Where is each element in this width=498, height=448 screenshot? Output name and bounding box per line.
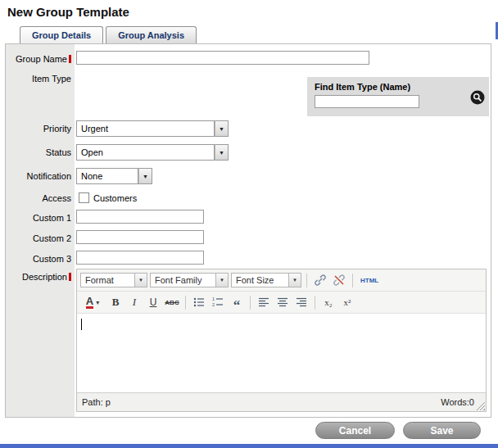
editor-path-label: Path: p	[82, 397, 111, 407]
editor-toolbar-row2: A ▾ B I U ABC 12	[77, 292, 486, 314]
blockquote-icon[interactable]: “	[229, 294, 245, 310]
italic-icon[interactable]: I	[126, 294, 143, 310]
tab-group-analysis-label: Group Analysis	[118, 30, 184, 40]
font-size-select-value: Font Size	[231, 273, 289, 287]
chevron-down-icon[interactable]: ▼	[216, 273, 229, 287]
html-source-button[interactable]: HTML	[358, 272, 381, 288]
align-center-icon[interactable]	[274, 294, 291, 310]
find-item-type-panel: Find Item Type (Name)	[307, 77, 489, 116]
custom1-label: Custom 1	[6, 213, 71, 223]
format-select-value: Format	[80, 273, 135, 287]
toolbar-separator	[306, 274, 307, 287]
priority-value: Urgent	[76, 120, 215, 137]
chevron-down-icon: ▾	[96, 299, 99, 306]
custom1-input[interactable]	[76, 210, 204, 224]
font-size-select[interactable]: Font Size ▼	[231, 273, 301, 287]
insert-link-icon[interactable]	[312, 272, 328, 288]
editor-toolbar-row1: Format ▼ Font Family ▼ Font Size ▼	[77, 269, 486, 292]
font-family-select-value: Font Family	[150, 273, 216, 287]
save-button[interactable]: Save	[403, 422, 481, 439]
underline-icon[interactable]: U	[145, 294, 161, 310]
page-title: New Group Template	[7, 5, 129, 19]
toolbar-separator	[250, 296, 251, 310]
group-name-input[interactable]	[76, 51, 369, 65]
tab-group-details[interactable]: Group Details	[20, 26, 103, 44]
tab-group-details-label: Group Details	[32, 30, 91, 40]
chevron-down-icon[interactable]: ▼	[135, 273, 147, 287]
svg-text:2: 2	[212, 302, 215, 307]
chevron-down-icon[interactable]: ▼	[138, 168, 152, 184]
find-item-type-input[interactable]	[315, 95, 419, 108]
unordered-list-icon[interactable]	[191, 294, 207, 310]
description-edit-area[interactable]	[77, 314, 486, 392]
chevron-down-icon[interactable]: ▼	[289, 273, 301, 287]
align-left-icon[interactable]	[256, 294, 272, 310]
notification-value: None	[76, 168, 138, 184]
custom3-input[interactable]	[76, 251, 204, 265]
ordered-list-icon[interactable]: 12	[210, 294, 226, 310]
item-type-label: Item Type	[6, 74, 71, 84]
superscript-icon[interactable]: x²	[339, 294, 355, 310]
priority-select[interactable]: Urgent ▼	[76, 120, 229, 137]
subscript-icon[interactable]: x₂	[320, 294, 337, 310]
description-rich-text-editor: Format ▼ Font Family ▼ Font Size ▼	[76, 269, 487, 412]
notification-label: Notification	[6, 171, 71, 181]
group-details-panel: Group Name Item Type Find Item Type (Nam…	[5, 43, 491, 418]
custom2-input[interactable]	[76, 230, 204, 244]
status-value: Open	[76, 144, 215, 161]
description-label: Description	[6, 272, 71, 282]
required-indicator	[69, 273, 71, 281]
priority-label: Priority	[6, 124, 71, 133]
label-column-background	[6, 44, 75, 417]
status-select[interactable]: Open ▼	[76, 144, 229, 161]
customers-checkbox-label: Customers	[93, 193, 137, 203]
editor-word-count: Words:0	[441, 397, 474, 407]
align-right-icon[interactable]	[293, 294, 310, 310]
font-color-icon[interactable]: A ▾	[80, 294, 105, 310]
new-group-template-window: New Group Template Group Details Group A…	[0, 0, 498, 448]
chevron-down-icon[interactable]: ▼	[215, 120, 229, 137]
required-indicator	[69, 55, 71, 63]
window-bottom-border	[0, 444, 498, 448]
svg-text:1: 1	[212, 296, 215, 301]
find-item-type-title: Find Item Type (Name)	[315, 82, 410, 92]
customers-checkbox[interactable]	[79, 192, 89, 203]
access-label: Access	[6, 193, 71, 203]
remove-link-icon[interactable]	[331, 272, 347, 288]
tab-bar: Group Details Group Analysis	[20, 26, 197, 44]
text-cursor	[81, 319, 82, 330]
toolbar-separator	[315, 296, 315, 310]
custom3-label: Custom 3	[6, 254, 71, 264]
toolbar-separator	[352, 274, 353, 287]
group-name-label: Group Name	[6, 54, 71, 64]
strikethrough-icon[interactable]: ABC	[164, 294, 180, 310]
notification-select[interactable]: None ▼	[76, 168, 152, 184]
bold-icon[interactable]: B	[107, 294, 124, 310]
chevron-down-icon[interactable]: ▼	[215, 144, 229, 161]
cancel-button[interactable]: Cancel	[315, 422, 395, 439]
editor-statusbar: Path: p Words:0	[77, 392, 486, 411]
status-label: Status	[6, 147, 71, 157]
font-family-select[interactable]: Font Family ▼	[150, 273, 229, 287]
search-icon[interactable]	[470, 90, 485, 105]
tab-group-analysis[interactable]: Group Analysis	[106, 26, 197, 44]
custom2-label: Custom 2	[6, 233, 71, 243]
resize-handle[interactable]	[476, 401, 485, 410]
format-select[interactable]: Format ▼	[80, 273, 147, 287]
toolbar-separator	[185, 296, 186, 310]
